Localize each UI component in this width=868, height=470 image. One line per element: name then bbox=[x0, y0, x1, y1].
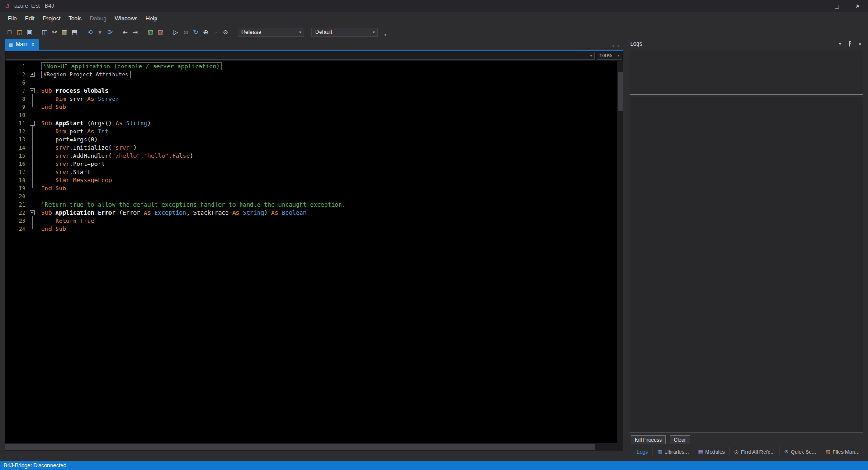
line-number[interactable]: 19 bbox=[5, 184, 29, 193]
line-number[interactable]: 21 bbox=[5, 201, 29, 209]
breakpoints-icon[interactable]: ⊘ bbox=[221, 27, 231, 37]
vertical-scrollbar-thumb[interactable] bbox=[618, 72, 623, 111]
line-number[interactable]: 18 bbox=[5, 176, 29, 184]
panel-tab-logs[interactable]: ≡Logs bbox=[627, 447, 653, 456]
logs-output-top[interactable] bbox=[630, 50, 863, 95]
next-sub-icon[interactable]: ⇥ bbox=[130, 27, 140, 37]
code-area[interactable]: 1'Non-UI application (console / server a… bbox=[5, 61, 623, 443]
line-number[interactable]: 2 bbox=[5, 70, 29, 79]
previous-sub-icon[interactable]: ⇤ bbox=[120, 27, 130, 37]
line-number[interactable]: 22 bbox=[5, 209, 29, 217]
panel-tab-files-man[interactable]: ▨Files Man... bbox=[821, 447, 864, 456]
logs-output-main[interactable] bbox=[630, 97, 863, 433]
panel-tab-libraries[interactable]: ▥Libraries... bbox=[653, 447, 693, 456]
fold-collapse-icon[interactable]: − bbox=[29, 119, 37, 127]
line-number[interactable]: 24 bbox=[5, 225, 29, 233]
run-icon[interactable]: ▷ bbox=[171, 27, 181, 37]
fold-expand-icon[interactable]: + bbox=[29, 70, 37, 79]
line-number[interactable]: 11 bbox=[5, 119, 29, 127]
connect-icon[interactable]: ∞ bbox=[181, 27, 191, 37]
menu-edit[interactable]: Edit bbox=[21, 13, 39, 24]
sync-icon[interactable]: ↻ bbox=[191, 27, 201, 37]
copy-icon[interactable]: ▥ bbox=[60, 27, 70, 37]
save-icon[interactable]: ▣ bbox=[24, 27, 34, 37]
code-line[interactable]: 21'Return true to allow the default exce… bbox=[5, 201, 623, 209]
code-line[interactable]: 16 srvr.Port=port bbox=[5, 160, 623, 168]
code-line[interactable]: 8 Dim srvr As Server bbox=[5, 95, 623, 103]
line-number[interactable]: 8 bbox=[5, 95, 29, 103]
designer-icon[interactable]: ⊕ bbox=[201, 27, 211, 37]
horizontal-scrollbar[interactable] bbox=[5, 443, 623, 451]
line-number[interactable]: 1 bbox=[5, 62, 29, 70]
build-config-dropdown[interactable]: Release ▼ bbox=[238, 28, 304, 37]
fold-collapse-icon[interactable]: − bbox=[29, 87, 37, 95]
comment-icon[interactable]: ▧ bbox=[146, 27, 156, 37]
line-number[interactable]: 17 bbox=[5, 168, 29, 176]
panel-tab-find-all-refe[interactable]: ◎Find All Refe... bbox=[730, 447, 779, 456]
code-line[interactable]: 22−Sub Application_Error (Error As Excep… bbox=[5, 209, 623, 217]
run-config-dropdown[interactable]: Default ▼ bbox=[311, 28, 378, 37]
sub-navigator-dropdown[interactable]: ▼ bbox=[6, 52, 595, 60]
code-line[interactable]: 24End Sub bbox=[5, 225, 623, 233]
code-line[interactable]: 18 StartMessageLoop bbox=[5, 176, 623, 184]
line-number[interactable]: 12 bbox=[5, 127, 29, 136]
tab-main[interactable]: ▦ Main ✕ bbox=[5, 39, 39, 50]
horizontal-scrollbar-thumb[interactable] bbox=[5, 444, 595, 450]
line-number[interactable]: 20 bbox=[5, 193, 29, 201]
menu-windows[interactable]: Windows bbox=[111, 13, 142, 24]
code-line[interactable]: 7−Sub Process_Globals bbox=[5, 87, 623, 95]
code-line[interactable]: 11−Sub AppStart (Args() As String) bbox=[5, 119, 623, 127]
undo-history-caret-icon[interactable]: ▾ bbox=[95, 27, 105, 37]
new-file-icon[interactable]: □ bbox=[5, 27, 14, 37]
code-line[interactable]: 23 Return True bbox=[5, 217, 623, 225]
tab-scroll-left-icon[interactable]: ◂ bbox=[612, 43, 614, 48]
redo-icon[interactable]: ⟳ bbox=[105, 27, 115, 37]
paste-icon[interactable]: ▤ bbox=[70, 27, 80, 37]
panel-tab-quick-se[interactable]: ⊙Quick Se... bbox=[780, 447, 821, 456]
line-number[interactable]: 14 bbox=[5, 144, 29, 152]
menu-tools[interactable]: Tools bbox=[65, 13, 86, 24]
line-number[interactable]: 10 bbox=[5, 111, 29, 119]
pin-icon[interactable] bbox=[846, 41, 854, 47]
code-line[interactable]: 9End Sub bbox=[5, 103, 623, 111]
undo-icon[interactable]: ⟲ bbox=[85, 27, 95, 37]
toolbar-overflow-icon[interactable]: ▾ bbox=[384, 33, 387, 39]
menu-help[interactable]: Help bbox=[142, 13, 161, 24]
line-number[interactable]: 13 bbox=[5, 136, 29, 144]
fold-collapse-icon[interactable]: − bbox=[29, 209, 37, 217]
tab-close-icon[interactable]: ✕ bbox=[31, 42, 34, 47]
code-line[interactable]: 14 srvr.Initialize("srvr") bbox=[5, 144, 623, 152]
uncomment-icon[interactable]: ▨ bbox=[156, 27, 165, 37]
line-number[interactable]: 16 bbox=[5, 160, 29, 168]
minimize-button[interactable]: ─ bbox=[806, 0, 826, 12]
vertical-scrollbar[interactable] bbox=[617, 61, 623, 443]
close-button[interactable]: ✕ bbox=[847, 0, 868, 12]
line-number[interactable]: 6 bbox=[5, 79, 29, 87]
code-line[interactable]: 6 bbox=[5, 79, 623, 87]
panel-tab-modules[interactable]: ▦Modules bbox=[693, 447, 730, 456]
cut-icon[interactable]: ✂ bbox=[50, 27, 60, 37]
code-line[interactable]: 15 srvr.AddHandler("/hello","hello",Fals… bbox=[5, 152, 623, 160]
code-line[interactable]: 10 bbox=[5, 111, 623, 119]
close-icon[interactable]: ✕ bbox=[856, 42, 863, 47]
save-all-icon[interactable]: ◫ bbox=[40, 27, 50, 37]
code-line[interactable]: 1'Non-UI application (console / server a… bbox=[5, 62, 623, 70]
code-line[interactable]: 20 bbox=[5, 193, 623, 201]
kill-process-button[interactable]: Kill Process bbox=[631, 435, 666, 444]
line-number[interactable]: 15 bbox=[5, 152, 29, 160]
line-number[interactable]: 23 bbox=[5, 217, 29, 225]
tab-scroll-right-icon[interactable]: ▸ bbox=[618, 43, 620, 48]
open-project-icon[interactable]: ◱ bbox=[14, 27, 24, 37]
zoom-dropdown[interactable]: 100% ▼ bbox=[597, 52, 622, 60]
code-line[interactable]: 13 port=Args(0) bbox=[5, 136, 623, 144]
menu-debug[interactable]: Debug bbox=[86, 13, 111, 24]
line-number[interactable]: 9 bbox=[5, 103, 29, 111]
stop-icon[interactable]: ▫ bbox=[211, 27, 221, 37]
code-line[interactable]: 12 Dim port As Int bbox=[5, 127, 623, 136]
code-line[interactable]: 17 srvr.Start bbox=[5, 168, 623, 176]
menu-project[interactable]: Project bbox=[39, 13, 65, 24]
line-number[interactable]: 7 bbox=[5, 87, 29, 95]
menu-file[interactable]: File bbox=[4, 13, 21, 24]
window-position-icon[interactable]: ▾ bbox=[836, 42, 844, 47]
maximize-button[interactable]: ▢ bbox=[826, 0, 847, 12]
